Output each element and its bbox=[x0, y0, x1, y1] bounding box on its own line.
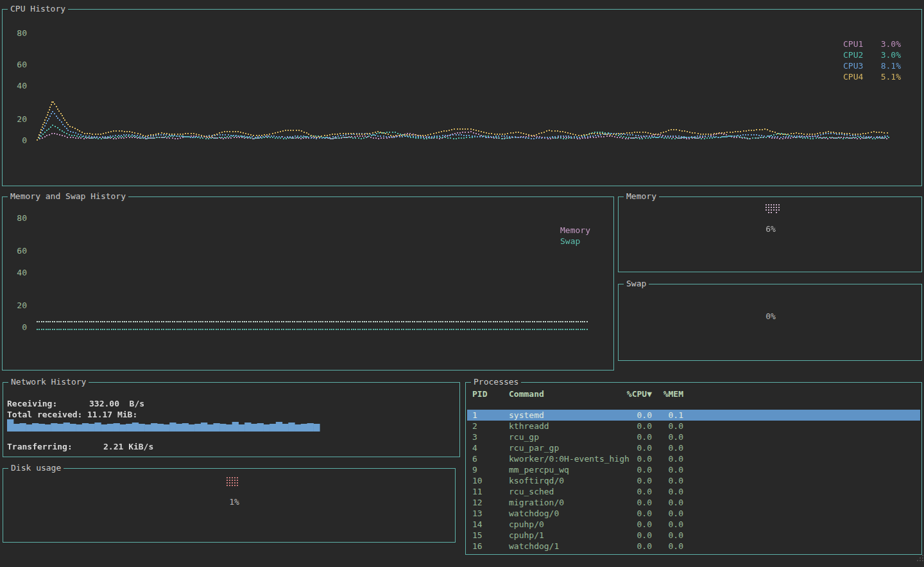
process-mem: 0.0 bbox=[656, 486, 683, 497]
process-row[interactable]: 3 rcu_gp 0.0 0.0 bbox=[467, 432, 920, 442]
cpu3-legend-value: 8.1% bbox=[873, 61, 901, 71]
process-command: ksoftirqd/0 bbox=[509, 475, 564, 486]
memory-panel-title: Memory bbox=[624, 191, 659, 202]
cpu4-legend-label: CPU4 bbox=[843, 72, 863, 82]
process-mem: 0.0 bbox=[656, 519, 683, 530]
process-pid: 10 bbox=[472, 475, 483, 486]
process-table-body: 1 systemd 0.0 0.1 2 kthreadd 0.0 0.0 3 r… bbox=[466, 383, 921, 554]
process-mem: 0.0 bbox=[656, 453, 683, 464]
memory-usage-dots-icon bbox=[766, 204, 781, 214]
process-pid: 3 bbox=[472, 432, 477, 442]
disk-usage-dots-icon bbox=[227, 477, 239, 487]
process-row[interactable]: 1 systemd 0.0 0.1 bbox=[467, 410, 920, 421]
cpu-history-chart bbox=[3, 10, 921, 186]
disk-usage-title: Disk usage bbox=[8, 463, 64, 473]
process-command: systemd bbox=[509, 410, 544, 421]
process-pid: 13 bbox=[472, 508, 483, 519]
process-mem: 0.0 bbox=[656, 475, 683, 486]
process-mem: 0.0 bbox=[656, 541, 683, 552]
process-cpu: 0.0 bbox=[615, 486, 652, 497]
process-row[interactable]: 4 rcu_par_gp 0.0 0.0 bbox=[467, 442, 920, 453]
process-cpu: 0.0 bbox=[615, 464, 652, 475]
swap-percent: 0% bbox=[758, 311, 783, 322]
process-cpu: 0.0 bbox=[615, 421, 652, 432]
memory-panel: Memory 6% bbox=[618, 196, 922, 272]
process-command: watchdog/0 bbox=[509, 508, 559, 519]
process-mem: 0.0 bbox=[656, 497, 683, 508]
process-pid: 16 bbox=[472, 541, 483, 552]
process-cpu: 0.0 bbox=[615, 497, 652, 508]
process-pid: 1 bbox=[472, 410, 477, 421]
process-command: cpuhp/1 bbox=[509, 530, 544, 541]
process-row[interactable]: 16 watchdog/1 0.0 0.0 bbox=[467, 541, 920, 552]
total-received-label: Total received: bbox=[7, 410, 82, 420]
receiving-value: 332.00 B/s bbox=[89, 399, 144, 409]
cpu-history-panel: CPU History 80 60 40 20 0 CPU1 3.0% CPU2… bbox=[2, 9, 922, 186]
process-command: migration/0 bbox=[509, 497, 564, 508]
process-command: rcu_gp bbox=[509, 432, 539, 442]
processes-panel: Processes PID Command %CPU▼ %MEM 1 syste… bbox=[465, 382, 922, 555]
disk-percent: 1% bbox=[221, 497, 247, 507]
process-pid: 4 bbox=[472, 442, 477, 453]
transferring-value: 2.21 KiB/s bbox=[103, 442, 153, 452]
process-cpu: 0.0 bbox=[615, 432, 652, 442]
process-row[interactable]: 6 kworker/0:0H-events_high 0.0 0.0 bbox=[467, 453, 920, 464]
process-row[interactable]: 9 mm_percpu_wq 0.0 0.0 bbox=[467, 464, 920, 475]
process-row[interactable]: 10 ksoftirqd/0 0.0 0.0 bbox=[467, 475, 920, 486]
network-history-panel: Network History Receiving: 332.00 B/s To… bbox=[3, 382, 460, 457]
process-cpu: 0.0 bbox=[615, 442, 652, 453]
process-command: rcu_par_gp bbox=[509, 442, 559, 453]
process-cpu: 0.0 bbox=[615, 453, 652, 464]
process-cpu: 0.0 bbox=[615, 530, 652, 541]
process-cpu: 0.0 bbox=[615, 475, 652, 486]
process-command: cpuhp/0 bbox=[509, 519, 544, 530]
cpu1-legend-value: 3.0% bbox=[873, 39, 901, 49]
process-pid: 9 bbox=[472, 464, 477, 475]
process-cpu: 0.0 bbox=[615, 519, 652, 530]
process-pid: 2 bbox=[472, 421, 477, 432]
transferring-label: Transferring: bbox=[7, 442, 73, 452]
process-command: kthreadd bbox=[509, 421, 549, 432]
process-cpu: 0.0 bbox=[615, 410, 652, 421]
process-row[interactable]: 11 rcu_sched 0.0 0.0 bbox=[467, 486, 920, 497]
cpu4-legend-value: 5.1% bbox=[873, 72, 901, 82]
cpu2-legend-value: 3.0% bbox=[873, 50, 901, 60]
cpu2-legend-label: CPU2 bbox=[843, 50, 863, 60]
memory-swap-chart bbox=[3, 197, 613, 370]
process-mem: 0.0 bbox=[656, 442, 683, 453]
swap-panel: Swap 0% bbox=[618, 284, 922, 361]
process-row[interactable]: 2 kthreadd 0.0 0.0 bbox=[467, 421, 920, 432]
process-pid: 6 bbox=[472, 453, 477, 464]
total-received-value: 11.17 MiB: bbox=[87, 410, 137, 420]
process-row[interactable]: 14 cpuhp/0 0.0 0.0 bbox=[467, 519, 920, 530]
process-command: watchdog/1 bbox=[509, 541, 559, 552]
process-cpu: 0.0 bbox=[615, 541, 652, 552]
process-mem: 0.0 bbox=[656, 432, 683, 442]
process-row[interactable]: 15 cpuhp/1 0.0 0.0 bbox=[467, 530, 920, 541]
memory-swap-history-panel: Memory and Swap History 80 60 40 20 0 Me… bbox=[2, 196, 614, 371]
process-pid: 14 bbox=[472, 519, 483, 530]
process-mem: 0.0 bbox=[656, 508, 683, 519]
process-pid: 15 bbox=[472, 530, 483, 541]
process-cpu: 0.0 bbox=[615, 508, 652, 519]
process-command: kworker/0:0H-events_high bbox=[509, 453, 629, 464]
process-mem: 0.0 bbox=[656, 421, 683, 432]
process-pid: 11 bbox=[472, 486, 483, 497]
memory-percent: 6% bbox=[758, 224, 783, 234]
process-mem: 0.1 bbox=[656, 410, 683, 421]
cpu1-legend-label: CPU1 bbox=[843, 39, 863, 49]
process-pid: 12 bbox=[472, 497, 483, 508]
memory-legend-label: Memory bbox=[560, 225, 590, 236]
process-command: rcu_sched bbox=[509, 486, 554, 497]
swap-legend-label: Swap bbox=[560, 236, 580, 247]
process-row[interactable]: 12 migration/0 0.0 0.0 bbox=[467, 497, 920, 508]
system-monitor-window: CPU History 80 60 40 20 0 CPU1 3.0% CPU2… bbox=[0, 0, 924, 567]
cpu3-legend-label: CPU3 bbox=[843, 61, 863, 71]
receiving-label: Receiving: bbox=[7, 399, 57, 409]
process-command: mm_percpu_wq bbox=[509, 464, 569, 475]
process-mem: 0.0 bbox=[656, 530, 683, 541]
process-row[interactable]: 13 watchdog/0 0.0 0.0 bbox=[467, 508, 920, 519]
disk-usage-panel: Disk usage 1% bbox=[3, 468, 456, 543]
swap-panel-title: Swap bbox=[624, 279, 649, 289]
window-resize-grip[interactable] bbox=[917, 555, 923, 561]
